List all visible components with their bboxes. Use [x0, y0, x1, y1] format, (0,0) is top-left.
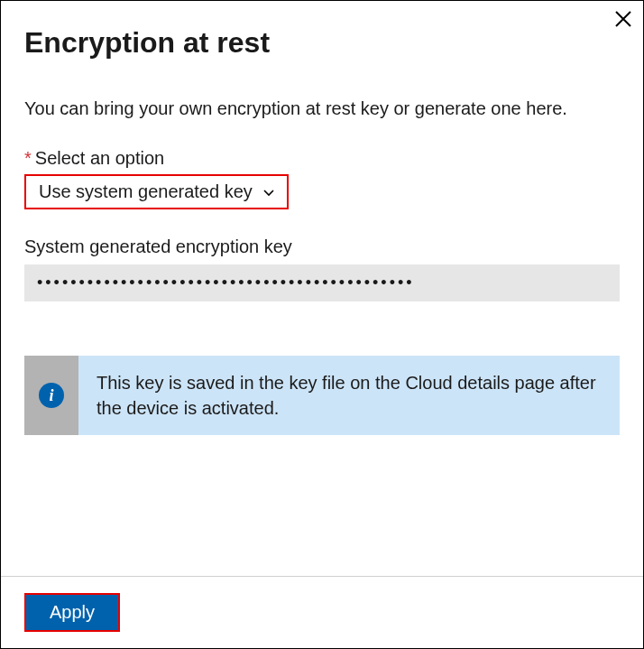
generated-key-input[interactable]: [24, 264, 620, 301]
info-icon: i: [39, 383, 64, 408]
chevron-down-icon: [262, 185, 276, 199]
select-option-label: *Select an option: [24, 148, 620, 169]
close-button[interactable]: [614, 8, 632, 32]
info-text: This key is saved in the key file on the…: [78, 356, 620, 435]
info-icon-wrap: i: [24, 356, 78, 435]
required-marker: *: [24, 148, 32, 168]
apply-button[interactable]: Apply: [24, 593, 120, 632]
dialog-footer: Apply: [1, 576, 643, 648]
dialog-title: Encryption at rest: [24, 26, 620, 60]
dialog-content: Encryption at rest You can bring your ow…: [1, 1, 643, 576]
encryption-dialog: Encryption at rest You can bring your ow…: [1, 1, 643, 648]
close-icon: [614, 6, 632, 33]
dropdown-value: Use system generated key: [39, 181, 253, 202]
info-box: i This key is saved in the key file on t…: [24, 356, 620, 435]
key-option-dropdown[interactable]: Use system generated key: [24, 174, 289, 209]
dialog-description: You can bring your own encryption at res…: [24, 96, 620, 121]
generated-key-label: System generated encryption key: [24, 236, 620, 257]
select-option-label-text: Select an option: [35, 148, 164, 168]
